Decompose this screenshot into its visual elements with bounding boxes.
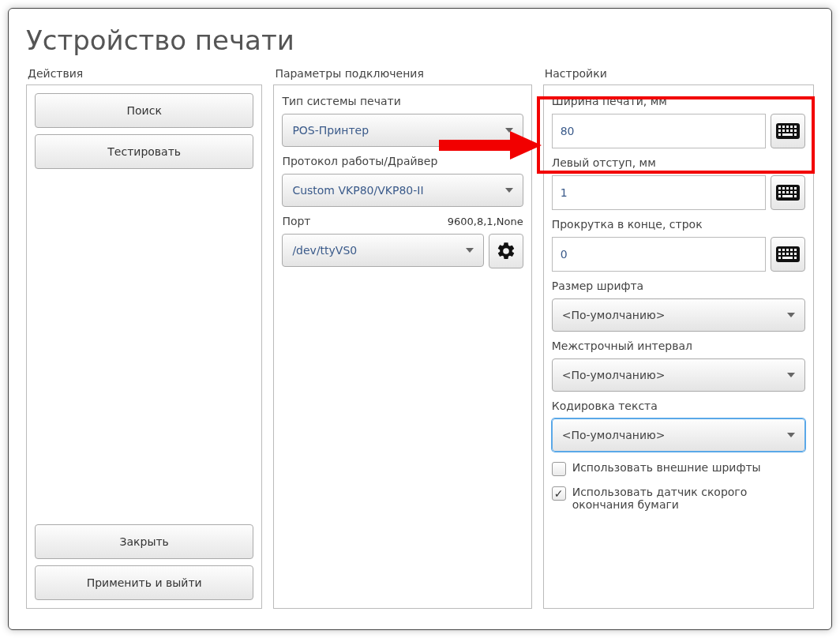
svg-rect-15 bbox=[778, 187, 781, 190]
keyboard-icon bbox=[776, 246, 800, 262]
svg-rect-17 bbox=[786, 187, 789, 190]
keyboard-icon bbox=[776, 123, 800, 139]
svg-rect-39 bbox=[778, 257, 781, 259]
print-width-keyboard-button[interactable] bbox=[771, 114, 805, 148]
svg-rect-24 bbox=[794, 191, 797, 193]
params-column: Параметры подключения Тип системы печати… bbox=[273, 67, 531, 609]
settings-panel: Ширина печати, мм 80 bbox=[543, 84, 814, 609]
font-size-label: Размер шрифта bbox=[552, 280, 805, 292]
svg-rect-25 bbox=[778, 195, 781, 197]
svg-rect-20 bbox=[778, 191, 781, 193]
apply-exit-button[interactable]: Применить и выйти bbox=[35, 565, 253, 600]
left-margin-value: 1 bbox=[561, 186, 568, 199]
gear-icon bbox=[496, 241, 516, 261]
print-width-label: Ширина печати, мм bbox=[552, 95, 805, 107]
chevron-down-icon bbox=[787, 433, 795, 437]
left-margin-label: Левый отступ, мм bbox=[552, 156, 805, 169]
encoding-value: <По-умолчанию> bbox=[562, 429, 666, 441]
svg-rect-26 bbox=[782, 195, 793, 197]
svg-rect-4 bbox=[790, 126, 793, 128]
actions-panel: Поиск Тестировать Закрыть Применить и вы… bbox=[26, 84, 262, 609]
svg-rect-27 bbox=[794, 195, 797, 197]
chevron-down-icon bbox=[505, 188, 513, 193]
driver-label: Протокол работы/Драйвер bbox=[282, 155, 523, 167]
svg-rect-1 bbox=[778, 126, 781, 128]
port-info: 9600,8,1,None bbox=[448, 216, 523, 227]
close-button[interactable]: Закрыть bbox=[35, 524, 253, 559]
svg-rect-32 bbox=[790, 249, 793, 251]
page-title: Устройство печати bbox=[26, 24, 814, 56]
svg-rect-29 bbox=[778, 249, 781, 251]
encoding-label: Кодировка текста bbox=[552, 400, 805, 412]
svg-rect-16 bbox=[782, 187, 785, 190]
external-fonts-row: Использовать внешние шрифты bbox=[552, 461, 805, 476]
line-spacing-select[interactable]: <По-умолчанию> bbox=[552, 358, 805, 392]
svg-rect-23 bbox=[790, 191, 793, 193]
print-system-select[interactable]: POS-Принтер bbox=[282, 114, 523, 147]
port-settings-button[interactable] bbox=[489, 234, 523, 268]
svg-rect-11 bbox=[778, 133, 781, 136]
left-margin-keyboard-button[interactable] bbox=[771, 175, 805, 210]
printer-settings-window: Устройство печати Действия Поиск Тестиро… bbox=[8, 8, 832, 630]
svg-rect-38 bbox=[794, 253, 797, 255]
actions-column: Действия Поиск Тестировать Закрыть Приме… bbox=[26, 67, 262, 609]
chevron-down-icon bbox=[787, 373, 795, 377]
svg-rect-34 bbox=[778, 253, 781, 255]
driver-select[interactable]: Custom VKP80/VKP80-II bbox=[282, 174, 523, 207]
scroll-end-keyboard-button[interactable] bbox=[771, 237, 805, 272]
chevron-down-icon bbox=[505, 128, 513, 133]
svg-rect-19 bbox=[794, 187, 797, 190]
svg-rect-40 bbox=[782, 257, 793, 259]
font-size-value: <По-умолчанию> bbox=[562, 309, 666, 321]
keyboard-icon bbox=[776, 185, 800, 201]
left-margin-input[interactable]: 1 bbox=[552, 175, 766, 210]
scroll-end-input[interactable]: 0 bbox=[552, 237, 766, 272]
chevron-down-icon bbox=[466, 248, 474, 253]
params-title: Параметры подключения bbox=[273, 67, 531, 80]
svg-rect-33 bbox=[794, 249, 797, 251]
chevron-down-icon bbox=[787, 313, 795, 317]
test-button[interactable]: Тестировать bbox=[35, 134, 253, 169]
svg-rect-13 bbox=[794, 133, 797, 136]
paper-sensor-label: Использовать датчик скорого окончания бу… bbox=[572, 486, 805, 511]
driver-value: Custom VKP80/VKP80-II bbox=[292, 184, 423, 197]
port-label: Порт bbox=[282, 215, 310, 227]
search-button[interactable]: Поиск bbox=[35, 93, 253, 128]
svg-rect-36 bbox=[786, 253, 789, 255]
port-label-row: Порт 9600,8,1,None bbox=[282, 213, 523, 227]
svg-rect-30 bbox=[782, 249, 785, 251]
params-panel: Тип системы печати POS-Принтер Протокол … bbox=[273, 84, 531, 609]
paper-sensor-row: Использовать датчик скорого окончания бу… bbox=[552, 486, 805, 511]
print-system-label: Тип системы печати bbox=[282, 95, 523, 107]
font-size-select[interactable]: <По-умолчанию> bbox=[552, 298, 805, 332]
svg-rect-41 bbox=[794, 257, 797, 259]
svg-rect-10 bbox=[794, 129, 797, 132]
svg-rect-8 bbox=[786, 129, 789, 132]
spacer bbox=[35, 175, 253, 518]
print-system-value: POS-Принтер bbox=[292, 124, 369, 137]
svg-rect-5 bbox=[794, 126, 797, 128]
svg-rect-31 bbox=[786, 249, 789, 251]
actions-title: Действия bbox=[26, 67, 262, 80]
svg-rect-35 bbox=[782, 253, 785, 255]
svg-rect-21 bbox=[782, 191, 785, 193]
external-fonts-label: Использовать внешние шрифты bbox=[572, 461, 761, 474]
columns: Действия Поиск Тестировать Закрыть Приме… bbox=[26, 67, 814, 609]
encoding-select[interactable]: <По-умолчанию> bbox=[552, 418, 805, 452]
external-fonts-checkbox[interactable] bbox=[552, 462, 566, 476]
print-width-input[interactable]: 80 bbox=[552, 114, 766, 148]
port-select[interactable]: /dev/ttyVS0 bbox=[282, 234, 483, 267]
svg-rect-37 bbox=[790, 253, 793, 255]
svg-rect-18 bbox=[790, 187, 793, 190]
port-value: /dev/ttyVS0 bbox=[292, 244, 357, 257]
svg-rect-2 bbox=[782, 126, 785, 128]
settings-title: Настройки bbox=[543, 67, 814, 80]
svg-rect-6 bbox=[778, 129, 781, 132]
paper-sensor-checkbox[interactable] bbox=[552, 486, 566, 501]
line-spacing-value: <По-умолчанию> bbox=[562, 369, 666, 381]
scroll-end-label: Прокрутка в конце, строк bbox=[552, 218, 805, 231]
line-spacing-label: Межстрочный интервал bbox=[552, 340, 805, 352]
svg-rect-7 bbox=[782, 129, 785, 132]
print-width-value: 80 bbox=[561, 125, 575, 137]
settings-column: Настройки Ширина печати, мм 80 bbox=[543, 67, 814, 609]
